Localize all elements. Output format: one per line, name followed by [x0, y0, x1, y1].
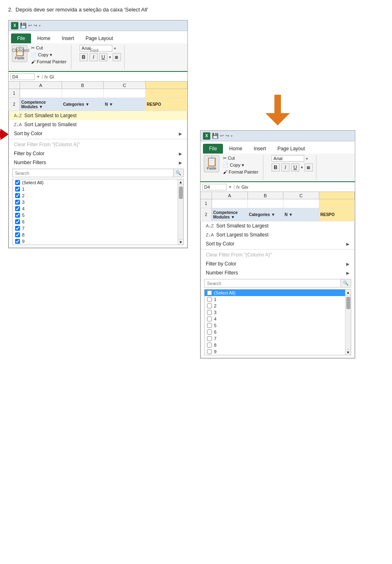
search-box[interactable]: 🔍 — [12, 169, 184, 177]
right-scroll-up-button[interactable]: ▲ — [346, 290, 351, 295]
checkbox-select-all[interactable]: (Select All) — [13, 179, 178, 186]
right-cell-d1[interactable] — [319, 199, 355, 208]
col-header-c[interactable]: C — [104, 82, 146, 89]
underline-button[interactable]: U — [99, 53, 107, 61]
border-button[interactable]: ▦ — [113, 53, 121, 61]
list-item[interactable]: 3 — [13, 199, 178, 205]
right-col-header-a[interactable]: A — [212, 192, 248, 199]
list-item[interactable]: 8 — [13, 232, 178, 238]
right-cell-c2[interactable]: N ▼ — [283, 208, 319, 221]
formula-expand[interactable]: ▾ — [36, 74, 40, 79]
bold-button[interactable]: B — [80, 53, 88, 61]
right-underline-arrow[interactable]: ▾ — [301, 165, 303, 169]
list-item[interactable]: 5 — [13, 212, 178, 218]
number-filters[interactable]: Number Filters ▶ — [9, 158, 187, 167]
right-cell-b2[interactable]: Categories ▼ — [248, 208, 284, 221]
underline-arrow[interactable]: ▾ — [109, 55, 111, 59]
paste-button[interactable]: 📋 Paste — [12, 45, 27, 62]
list-item[interactable]: 7 — [205, 335, 345, 342]
cell-b2[interactable]: Categories ▼ — [62, 98, 104, 111]
right-format-painter-button[interactable]: 🖌 Format Painter — [222, 169, 260, 175]
tab-home[interactable]: Home — [32, 33, 56, 43]
right-scrollbar[interactable]: ▲ ▼ — [345, 290, 351, 355]
list-item[interactable]: 2 — [205, 303, 345, 309]
scroll-down-button[interactable]: ▼ — [178, 239, 183, 245]
cell-d1[interactable] — [146, 89, 188, 98]
right-col-header-b[interactable]: B — [248, 192, 284, 199]
right-paste-button[interactable]: 📋 Paste — [204, 155, 219, 172]
font-size-dropdown[interactable]: ▾ — [114, 46, 116, 51]
cell-c2[interactable]: N ▼ — [104, 98, 146, 111]
right-filter-by-color[interactable]: Filter by Color ▶ — [201, 259, 354, 268]
right-undo-icon[interactable]: ↩ — [220, 133, 224, 138]
right-sort-smallest-largest[interactable]: A↓ZSort Smallest to Largest — [201, 221, 354, 230]
tab-pagelayout[interactable]: Page Layout — [80, 33, 118, 43]
cut-button[interactable]: ✂ Cut — [30, 45, 68, 51]
list-item[interactable]: 3 — [205, 309, 345, 316]
sort-smallest-largest[interactable]: A↓ZSort Smallest to Largest — [9, 111, 187, 120]
right-cell-b1[interactable] — [248, 199, 284, 208]
select-all-checkbox[interactable] — [15, 180, 20, 185]
right-tab-home[interactable]: Home — [224, 144, 247, 154]
search-input[interactable] — [13, 169, 173, 177]
right-cell-c1[interactable] — [283, 199, 319, 208]
right-font-size-dropdown[interactable]: ▾ — [306, 156, 308, 161]
list-item[interactable]: 6 — [205, 329, 345, 335]
right-bold-button[interactable]: B — [272, 163, 280, 172]
scroll-up-button[interactable]: ▲ — [178, 179, 183, 185]
cell-a2[interactable]: CompetenceModules ▼ — [20, 98, 62, 111]
right-select-all-checkbox[interactable] — [207, 290, 212, 295]
list-item[interactable]: 4 — [205, 316, 345, 322]
list-item[interactable]: 5 — [205, 322, 345, 329]
italic-button[interactable]: I — [89, 53, 98, 61]
list-item[interactable]: 2 — [13, 192, 178, 199]
cell-a1[interactable] — [20, 89, 62, 98]
col-header-a[interactable]: A — [20, 82, 62, 89]
undo-icon[interactable]: ↩ — [28, 23, 32, 28]
right-scroll-down-button[interactable]: ▼ — [346, 349, 351, 355]
right-tab-file[interactable]: File — [203, 144, 223, 154]
sort-by-color[interactable]: Sort by Color ▶ — [9, 129, 187, 138]
right-checkbox-select-all[interactable]: (Select All) — [205, 290, 345, 296]
filter-by-color[interactable]: Filter by Color ▶ — [9, 149, 187, 158]
save-icon[interactable]: 💾 — [20, 22, 27, 29]
scrollbar-thumb[interactable] — [179, 187, 183, 199]
list-item[interactable]: 1 — [205, 296, 345, 303]
copy-button[interactable]: 📄 Copy ▾ — [30, 52, 68, 58]
cell-reference[interactable]: D4 — [10, 74, 35, 80]
list-item[interactable]: 9 — [13, 238, 178, 245]
right-cell-reference[interactable]: D4 — [202, 184, 227, 190]
right-sort-largest-smallest[interactable]: Z↓ASort Largest to Smallest — [201, 230, 354, 239]
right-col-header-c[interactable]: C — [283, 192, 319, 199]
right-tab-pagelayout[interactable]: Page Layout — [272, 144, 310, 154]
right-save-icon[interactable]: 💾 — [212, 133, 218, 139]
cell-d2[interactable]: RESPO — [146, 98, 188, 111]
right-copy-button[interactable]: 📄 Copy ▾ — [222, 162, 260, 168]
right-tab-insert[interactable]: Insert — [248, 144, 271, 154]
redo-icon[interactable]: ↪ — [33, 23, 37, 28]
list-item[interactable]: 8 — [205, 342, 345, 348]
list-item[interactable]: 7 — [13, 225, 178, 232]
cell-c1[interactable] — [104, 89, 146, 98]
list-item[interactable]: 1 — [13, 186, 178, 192]
right-search-button[interactable]: 🔍 — [341, 279, 351, 287]
cell-b1[interactable] — [62, 89, 104, 98]
list-item[interactable]: 6 — [13, 218, 178, 225]
right-italic-button[interactable]: I — [281, 163, 290, 172]
right-sort-by-color[interactable]: Sort by Color ▶ — [201, 239, 354, 248]
sort-largest-smallest[interactable]: Z↓ASort Largest to Smallest — [9, 120, 187, 129]
right-underline-button[interactable]: U — [291, 163, 299, 172]
right-number-filters[interactable]: Number Filters ▶ — [201, 268, 354, 277]
list-item[interactable]: 4 — [13, 205, 178, 212]
right-search-input[interactable] — [205, 280, 341, 287]
tab-insert[interactable]: Insert — [56, 33, 79, 43]
right-formula-expand[interactable]: ▾ — [228, 185, 232, 189]
col-header-b[interactable]: B — [62, 82, 104, 89]
right-cell-a1[interactable] — [212, 199, 248, 208]
list-item[interactable]: 9 — [205, 348, 345, 355]
right-cell-d2[interactable]: RESPO — [319, 208, 355, 221]
scrollbar[interactable]: ▲ ▼ — [178, 179, 183, 245]
right-cut-button[interactable]: ✂ Cut — [222, 155, 260, 161]
right-cell-a2[interactable]: CompetenceModules ▼ — [212, 208, 248, 221]
right-border-button[interactable]: ▦ — [305, 163, 313, 172]
